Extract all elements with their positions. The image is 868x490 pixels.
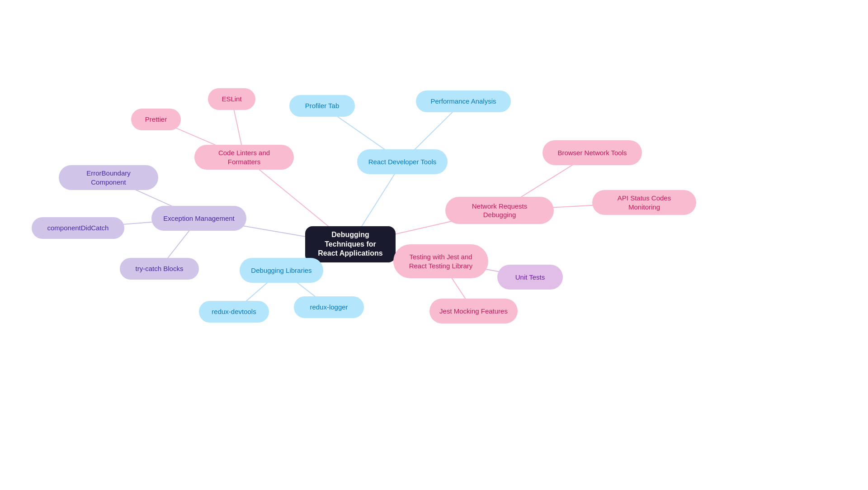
- node-redux_devtools[interactable]: redux-devtools: [199, 301, 269, 323]
- node-profiler_tab[interactable]: Profiler Tab: [289, 95, 355, 117]
- node-jest_mocking[interactable]: Jest Mocking Features: [429, 299, 518, 323]
- node-try_catch[interactable]: try-catch Blocks: [120, 258, 199, 280]
- node-api_status[interactable]: API Status Codes Monitoring: [592, 190, 696, 215]
- node-redux_logger[interactable]: redux-logger: [294, 296, 364, 318]
- node-browser_network[interactable]: Browser Network Tools: [542, 140, 642, 165]
- mindmap-container: Debugging Techniques for React Applicati…: [0, 0, 868, 490]
- node-debug_libraries[interactable]: Debugging Libraries: [240, 258, 323, 283]
- node-performance_analysis[interactable]: Performance Analysis: [416, 90, 511, 112]
- node-eslint[interactable]: ESLint: [208, 88, 255, 110]
- node-network_requests[interactable]: Network Requests Debugging: [445, 197, 554, 224]
- node-unit_tests[interactable]: Unit Tests: [497, 265, 563, 290]
- node-react_dev_tools[interactable]: React Developer Tools: [357, 149, 448, 174]
- node-testing_jest[interactable]: Testing with Jest and React Testing Libr…: [393, 244, 488, 278]
- node-error_boundary[interactable]: ErrorBoundary Component: [59, 165, 158, 190]
- node-center[interactable]: Debugging Techniques for React Applicati…: [305, 226, 396, 262]
- node-code_linters[interactable]: Code Linters and Formatters: [194, 145, 294, 170]
- node-exception_mgmt[interactable]: Exception Management: [151, 206, 246, 231]
- node-prettier[interactable]: Prettier: [131, 109, 181, 130]
- node-component_did_catch[interactable]: componentDidCatch: [32, 217, 124, 239]
